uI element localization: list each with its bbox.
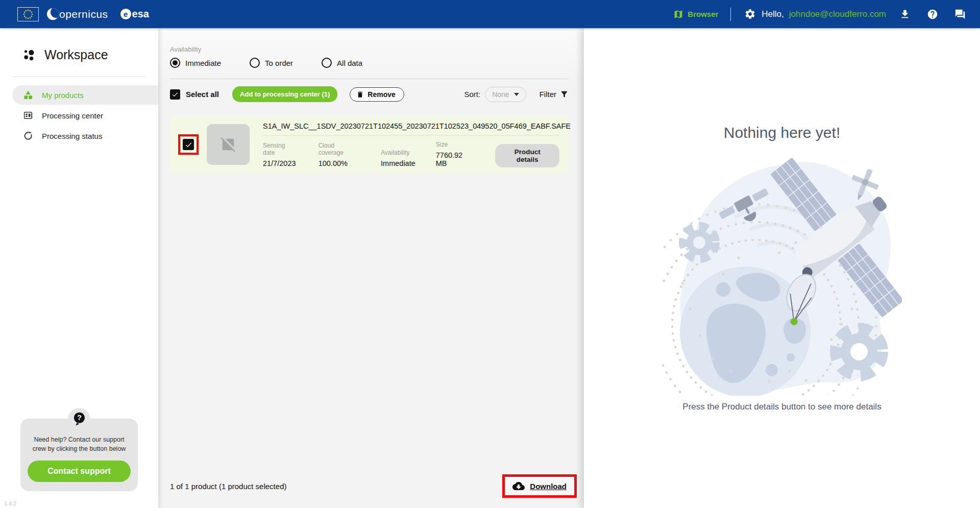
radio-to-order[interactable]: To order — [250, 58, 293, 68]
board-chip-icon — [23, 110, 33, 120]
radio-all-data[interactable]: All data — [322, 58, 362, 68]
chat-bubbles-icon — [954, 9, 966, 20]
contact-support-button[interactable]: Contact support — [28, 461, 131, 482]
field-label: Sensing date — [263, 142, 298, 156]
radio-unselected-icon — [322, 58, 332, 68]
product-field-sensing-date: Sensing date 21/7/2023 — [263, 142, 298, 167]
workspace-title: Workspace — [0, 28, 158, 62]
select-all-control[interactable]: Select all — [170, 89, 219, 100]
workspace-app: opernicus eesa Browser Hello, — [0, 0, 980, 508]
settings-gear-button[interactable] — [743, 8, 756, 21]
field-value: 7760.92 MB — [436, 151, 475, 167]
esa-logo-text: esa — [132, 8, 149, 20]
availability-label: Availability — [170, 28, 569, 53]
sidebar-item-label: Processing center — [42, 111, 103, 120]
product-card-divider — [263, 135, 559, 136]
copernicus-logo-text: opernicus — [59, 8, 108, 20]
product-details-panel: Nothing here yet! — [584, 28, 980, 508]
sidebar-nav: My products Processing center Processing… — [0, 85, 158, 146]
empty-state-title: Nothing here yet! — [724, 124, 840, 141]
help-widget: ? Need help? Contact our support crew by… — [20, 419, 138, 492]
browser-label: Browser — [688, 10, 718, 18]
filter-label: Filter — [540, 90, 556, 99]
copernicus-crescent-icon — [47, 8, 59, 20]
browser-link[interactable]: Browser — [673, 9, 718, 19]
svg-text:?: ? — [77, 414, 82, 422]
field-value: Immediate — [381, 159, 415, 167]
product-field-availability: Availability Immediate — [381, 149, 415, 167]
add-to-processing-center-button[interactable]: Add to processing center (1) — [232, 86, 337, 102]
greeting-text: Hello, — [762, 9, 783, 19]
esa-logo: eesa — [120, 8, 149, 20]
sidebar: Workspace My products Processing center — [0, 28, 158, 508]
product-list-panel: Availability Immediate To order All data — [158, 28, 584, 508]
empty-state-hint: Press the Product details button to see … — [682, 402, 881, 412]
help-button[interactable] — [926, 8, 939, 21]
map-icon — [673, 9, 683, 19]
sort-label: Sort: — [464, 90, 481, 99]
product-title: S1A_IW_SLC__1SDV_20230721T102455_2023072… — [263, 122, 559, 130]
user-chip: Hello, johndoe@cloudferro.com — [743, 8, 886, 21]
toolbar-divider — [170, 79, 569, 79]
check-icon — [172, 91, 179, 98]
product-count-text: 1 of 1 product (1 product selected) — [170, 482, 286, 491]
copernicus-logo[interactable]: opernicus — [47, 8, 108, 20]
filter-button[interactable]: Filter — [540, 90, 569, 99]
select-all-label: Select all — [186, 90, 219, 99]
annotation-box-download: Download — [502, 474, 577, 498]
eu-stars-icon — [18, 8, 38, 21]
image-off-icon — [220, 137, 236, 152]
product-list-inner: Availability Immediate To order All data — [158, 28, 584, 508]
sidebar-item-processing-center[interactable]: Processing center — [12, 106, 158, 125]
help-widget-text: Need help? Contact our support crew by c… — [27, 433, 132, 454]
product-checkbox-zone — [170, 134, 207, 155]
navbar-actions: Browser Hello, johndoe@cloudferro.com — [673, 8, 967, 21]
product-field-cloud-coverage: Cloud coverage 100.00% — [318, 142, 360, 167]
availability-radio-group: Immediate To order All data — [170, 58, 569, 68]
sidebar-item-my-products[interactable]: My products — [12, 85, 158, 105]
radio-label: All data — [337, 59, 362, 67]
sidebar-item-processing-status[interactable]: Processing status — [12, 126, 158, 146]
question-bubble-icon: ? — [68, 408, 90, 430]
product-card: S1A_IW_SLC__1SDV_20230721T102455_2023072… — [170, 116, 569, 173]
radio-immediate[interactable]: Immediate — [170, 58, 221, 68]
field-value: 21/7/2023 — [263, 159, 298, 167]
sort-dropdown[interactable]: None — [485, 87, 526, 102]
product-field-size: Size 7760.92 MB — [436, 141, 475, 167]
chevron-down-icon — [514, 93, 519, 96]
product-card-body: S1A_IW_SLC__1SDV_20230721T102455_2023072… — [250, 122, 559, 167]
radio-label: Immediate — [185, 59, 221, 67]
gear-icon — [744, 8, 756, 20]
list-toolbar: Select all Add to processing center (1) … — [170, 86, 569, 103]
field-label: Cloud coverage — [318, 142, 360, 156]
question-circle-icon — [927, 9, 938, 20]
product-details-button[interactable]: Product details — [495, 144, 559, 167]
field-label: Size — [436, 141, 475, 148]
sidebar-divider — [12, 77, 146, 77]
radio-selected-icon — [170, 58, 180, 68]
radio-unselected-icon — [250, 58, 260, 68]
download-button[interactable]: Download — [505, 477, 574, 495]
shapes-icon — [23, 90, 33, 100]
workspace-dots-icon — [22, 49, 35, 61]
field-label: Availability — [381, 149, 415, 156]
sidebar-item-label: Processing status — [42, 132, 102, 140]
user-email: johndoe@cloudferro.com — [789, 9, 886, 19]
esa-disc-icon: e — [120, 9, 131, 19]
satellite-earth-illustration — [662, 156, 902, 396]
remove-button[interactable]: Remove — [350, 87, 404, 102]
remove-button-label: Remove — [368, 90, 395, 99]
eu-flag-icon — [17, 7, 39, 21]
check-icon — [185, 141, 192, 149]
feedback-button[interactable] — [953, 8, 967, 21]
product-thumbnail — [207, 124, 250, 165]
navbar-divider — [730, 8, 731, 21]
trash-icon — [356, 90, 364, 99]
downloads-button[interactable] — [898, 8, 912, 21]
annotation-box-checkbox — [178, 134, 199, 155]
product-meta-row: Sensing date 21/7/2023 Cloud coverage 10… — [263, 141, 559, 167]
radio-label: To order — [265, 59, 293, 67]
product-checkbox[interactable] — [183, 139, 194, 150]
list-footer: 1 of 1 product (1 product selected) Down… — [170, 474, 577, 498]
select-all-checkbox[interactable] — [170, 89, 180, 100]
